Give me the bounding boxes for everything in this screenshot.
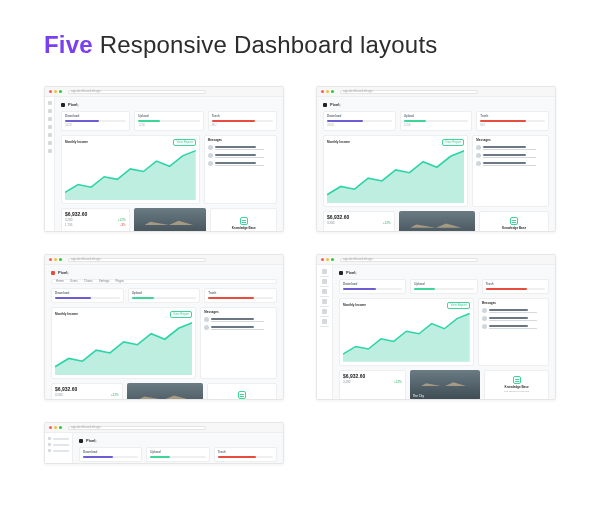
chart-card[interactable]: Monthly IncomeView Report xyxy=(323,135,468,207)
message-item[interactable] xyxy=(208,145,273,150)
nav-icon[interactable] xyxy=(48,109,52,113)
nav-icon[interactable] xyxy=(48,125,52,129)
view-report-button[interactable]: View Report xyxy=(173,139,195,146)
image-card[interactable]: The City xyxy=(399,211,476,231)
knowledge-card[interactable]: Knowledge Base240 articles to get help xyxy=(479,211,549,231)
nav-icon[interactable] xyxy=(48,133,52,137)
sidebar-item[interactable] xyxy=(48,449,69,452)
knowledge-card[interactable]: Knowledge Base xyxy=(207,383,277,399)
stat-value: 3528 xyxy=(327,124,392,127)
stat-download[interactable]: Download xyxy=(51,288,124,303)
stat-download[interactable]: Download3528 xyxy=(323,111,396,131)
brand-name: Pixel; xyxy=(68,103,79,107)
earn-row-delta: +12% xyxy=(394,381,402,384)
message-item[interactable] xyxy=(208,153,273,158)
nav-icon[interactable] xyxy=(322,269,327,274)
earnings-card[interactable]: $6,932.60 3,280+12% xyxy=(339,370,406,399)
image-card[interactable]: The City xyxy=(127,383,204,399)
stat-upload[interactable]: Upload xyxy=(146,447,209,462)
message-item[interactable] xyxy=(208,161,273,166)
nav-icon[interactable] xyxy=(48,141,52,145)
nav-link[interactable]: Charts xyxy=(84,280,93,283)
message-item[interactable] xyxy=(204,325,273,330)
messages-card[interactable]: Messages xyxy=(204,135,277,204)
nav-icon[interactable] xyxy=(48,117,52,121)
message-item[interactable] xyxy=(476,153,545,158)
earnings-card[interactable]: $6,932.60 3,280+12% xyxy=(323,211,395,231)
stat-label: Trash xyxy=(480,115,545,118)
message-item[interactable] xyxy=(482,316,545,321)
knowledge-card[interactable]: Knowledge Base xyxy=(210,208,277,231)
image-card[interactable]: The City xyxy=(134,208,207,231)
stat-trash[interactable]: Trash862 xyxy=(476,111,549,131)
messages-card[interactable]: Messages xyxy=(200,307,277,379)
image-card[interactable]: The City xyxy=(410,370,481,399)
document-icon xyxy=(238,391,246,399)
messages-card[interactable]: Messages xyxy=(478,298,549,366)
brand: Pixel; xyxy=(61,103,277,107)
stat-label: Trash xyxy=(218,451,273,454)
avatar-icon xyxy=(204,325,209,330)
layout-thumb-4[interactable]: app.dashboard.design Pixel; Download Upl… xyxy=(316,254,556,400)
stat-label: Trash xyxy=(208,292,273,295)
earnings-card[interactable]: $6,932.60 3,280+12% 1,795-3% xyxy=(61,208,130,231)
stat-download[interactable]: Download xyxy=(79,447,142,462)
stat-trash[interactable]: Trash xyxy=(482,279,549,294)
chart-title: Monthly Income xyxy=(55,313,78,316)
layout-thumb-5[interactable]: app.dashboard.design Pixel; Download Upl… xyxy=(44,422,284,464)
top-nav[interactable]: Home Users Charts Settings Pages xyxy=(51,279,277,284)
messages-card[interactable]: Messages xyxy=(472,135,549,207)
message-item[interactable] xyxy=(476,145,545,150)
sidebar-item[interactable] xyxy=(48,437,69,440)
nav-icon[interactable] xyxy=(48,149,52,153)
sidebar[interactable] xyxy=(317,265,333,399)
message-item[interactable] xyxy=(204,317,273,322)
chart-title: Monthly Income xyxy=(327,141,350,144)
brand: Pixel; xyxy=(79,439,277,443)
sidebar[interactable] xyxy=(45,433,73,463)
stat-upload[interactable]: Upload1256 xyxy=(400,111,473,131)
sidebar-item[interactable] xyxy=(48,443,69,446)
nav-link[interactable]: Users xyxy=(70,280,78,283)
sidebar[interactable] xyxy=(45,97,55,231)
nav-icon[interactable] xyxy=(322,279,327,284)
stat-upload[interactable]: Upload xyxy=(410,279,477,294)
nav-icon[interactable] xyxy=(322,299,327,304)
nav-link[interactable]: Settings xyxy=(99,280,110,283)
layout-thumb-3[interactable]: app.dashboard.design Pixel; Home Users C… xyxy=(44,254,284,400)
layout-thumb-1[interactable]: app.dashboard.design Pixel; Download3528… xyxy=(44,86,284,232)
chart-card[interactable]: Monthly IncomeView Report xyxy=(51,307,196,379)
view-report-button[interactable]: View Report xyxy=(442,139,464,146)
stat-upload[interactable]: Upload xyxy=(128,288,201,303)
address-bar: app.dashboard.design xyxy=(68,426,206,430)
stat-row: Download3528 Upload1256 Trash862 xyxy=(61,111,277,131)
stat-trash[interactable]: Trash xyxy=(204,288,277,303)
nav-link[interactable]: Home xyxy=(56,280,64,283)
view-report-button[interactable]: View Report xyxy=(447,302,469,309)
traffic-lights xyxy=(321,258,334,261)
stat-trash[interactable]: Trash xyxy=(214,447,277,462)
stat-upload[interactable]: Upload1256 xyxy=(134,111,203,131)
nav-icon[interactable] xyxy=(322,309,327,314)
messages-title: Messages xyxy=(204,311,273,314)
stat-value: 862 xyxy=(212,124,273,127)
nav-icon[interactable] xyxy=(322,319,327,324)
earnings-card[interactable]: $6,932.60 3,280+12% xyxy=(51,383,123,399)
stat-value: 862 xyxy=(480,124,545,127)
nav-icon[interactable] xyxy=(48,101,52,105)
nav-icon[interactable] xyxy=(322,289,327,294)
message-item[interactable] xyxy=(476,161,545,166)
knowledge-card[interactable]: Knowledge Base240 articles to get help xyxy=(484,370,549,399)
stat-download[interactable]: Download xyxy=(339,279,406,294)
nav-link[interactable]: Pages xyxy=(116,280,125,283)
stat-download[interactable]: Download3528 xyxy=(61,111,130,131)
brand-name: Pixel; xyxy=(346,271,357,275)
stat-trash[interactable]: Trash862 xyxy=(208,111,277,131)
stat-value: 1256 xyxy=(404,124,469,127)
chart-card[interactable]: Monthly IncomeView Report xyxy=(339,298,474,366)
chart-card[interactable]: Monthly IncomeView Report xyxy=(61,135,200,204)
view-report-button[interactable]: View Report xyxy=(170,311,192,318)
message-item[interactable] xyxy=(482,308,545,313)
layout-thumb-2[interactable]: app.dashboard.design Pixel; Download3528… xyxy=(316,86,556,232)
message-item[interactable] xyxy=(482,324,545,329)
